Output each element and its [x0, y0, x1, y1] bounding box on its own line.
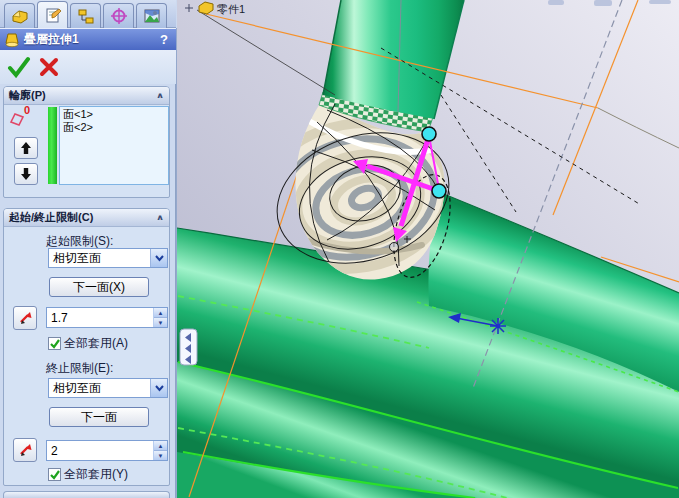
next-face-button-end[interactable]: 下一面 [49, 407, 149, 427]
reverse-direction-icon [17, 310, 33, 326]
end-constraint-value: 相切至面 [49, 380, 150, 397]
start-constraint-value: 相切至面 [49, 250, 150, 267]
start-tangent-length-spinner: ▲▼ [153, 308, 167, 327]
checkbox-checked-icon[interactable] [48, 468, 61, 481]
property-manager-tab-icon [43, 6, 63, 24]
close-icon [38, 56, 60, 78]
start-tangent-length-field: ▲▼ [46, 307, 168, 328]
tab-property-manager[interactable] [37, 1, 68, 28]
panel-tab-bar [0, 0, 176, 28]
end-tangent-length-field: ▲▼ [46, 440, 168, 461]
profile-status-bar [48, 107, 57, 184]
collapse-chevron-icon[interactable]: ∧ [156, 91, 164, 100]
reverse-tangent-direction-button-start[interactable] [13, 306, 37, 330]
chevron-down-icon[interactable] [150, 379, 167, 397]
tab-dimxpert[interactable] [103, 3, 134, 28]
part-icon [199, 2, 213, 14]
tab-feature-manager[interactable] [4, 3, 35, 28]
tab-configuration-manager[interactable] [70, 3, 101, 28]
move-down-button[interactable] [14, 163, 38, 185]
display-manager-tab-icon [142, 7, 162, 25]
spinner-down-button[interactable]: ▼ [154, 450, 167, 460]
cropped-toolbar-icons [548, 0, 671, 6]
connector-handle[interactable] [422, 127, 436, 141]
loft-feature-icon [4, 32, 20, 48]
dimxpert-tab-icon [109, 7, 129, 25]
property-manager-panel: 疊層拉伸1 ? 輪廓(P) ∧ 0 面<1> 面<2> [0, 0, 176, 498]
part-label: 零件1 [217, 3, 245, 15]
collapse-chevron-icon[interactable]: ∧ [156, 213, 164, 222]
profiles-section: 輪廓(P) ∧ 0 面<1> 面<2> [3, 86, 170, 198]
move-up-button[interactable] [14, 137, 38, 159]
checkbox-checked-icon[interactable] [48, 337, 61, 350]
cancel-button[interactable] [36, 54, 62, 80]
spinner-up-button[interactable]: ▲ [154, 308, 167, 317]
constraints-section-title: 起始/終止限制(C) [9, 210, 156, 225]
list-item[interactable]: 面<1> [63, 108, 165, 121]
page-title: 疊層拉伸1 [24, 31, 156, 48]
panel-splitter-handle[interactable] [180, 329, 197, 365]
next-face-button-start[interactable]: 下一面(X) [49, 277, 149, 297]
ok-cancel-row [0, 50, 176, 84]
graphics-area[interactable]: 零件1 [177, 0, 679, 498]
anchor-cross-icon [185, 4, 193, 12]
spinner-up-button[interactable]: ▲ [154, 441, 167, 450]
check-icon [7, 56, 31, 78]
ok-button[interactable] [6, 54, 32, 80]
profiles-section-header[interactable]: 輪廓(P) ∧ [4, 87, 169, 105]
solidworks-window: 疊層拉伸1 ? 輪廓(P) ∧ 0 面<1> 面<2> [0, 0, 679, 498]
apply-all-start-label: 全部套用(A) [64, 335, 128, 352]
spinner-down-button[interactable]: ▼ [154, 317, 167, 327]
constraints-section: 起始/終止限制(C) ∧ 起始限制(S): 相切至面 下一面(X) ▲▼ 全部套… [3, 208, 170, 486]
apply-all-end-checkbox-row[interactable]: 全部套用(Y) [48, 466, 128, 483]
chevron-down-icon[interactable] [150, 249, 167, 267]
end-constraint-label: 終止限制(E): [46, 360, 113, 377]
list-item[interactable]: 面<2> [63, 121, 165, 134]
start-constraint-select[interactable]: 相切至面 [48, 248, 168, 268]
part-tab-icon [10, 7, 30, 25]
arrow-down-icon [20, 167, 32, 181]
property-manager-title-bar: 疊層拉伸1 ? [0, 28, 176, 50]
apply-all-end-label: 全部套用(Y) [64, 466, 128, 483]
viewport-canvas[interactable]: 零件1 [177, 0, 679, 498]
arrow-up-icon [20, 141, 32, 155]
tab-display-manager[interactable] [136, 3, 167, 28]
connector-point-marker[interactable] [390, 243, 399, 252]
reverse-direction-icon [17, 442, 33, 458]
configuration-tab-icon [76, 7, 96, 25]
connector-handle[interactable] [432, 184, 446, 198]
profile-count-badge: 0 [24, 104, 30, 116]
reverse-tangent-direction-button-end[interactable] [13, 438, 37, 462]
start-tangent-length-input[interactable] [47, 308, 153, 327]
apply-all-start-checkbox-row[interactable]: 全部套用(A) [48, 335, 128, 352]
end-tangent-length-input[interactable] [47, 441, 153, 460]
profiles-section-title: 輪廓(P) [9, 88, 156, 103]
next-section-header-partial[interactable] [3, 491, 170, 498]
constraints-section-header[interactable]: 起始/終止限制(C) ∧ [4, 209, 169, 227]
end-tangent-length-spinner: ▲▼ [153, 441, 167, 460]
profile-list[interactable]: 面<1> 面<2> [59, 106, 169, 185]
help-button[interactable]: ? [156, 32, 172, 47]
end-constraint-select[interactable]: 相切至面 [48, 378, 168, 398]
part-annotation[interactable]: 零件1 [185, 2, 245, 15]
